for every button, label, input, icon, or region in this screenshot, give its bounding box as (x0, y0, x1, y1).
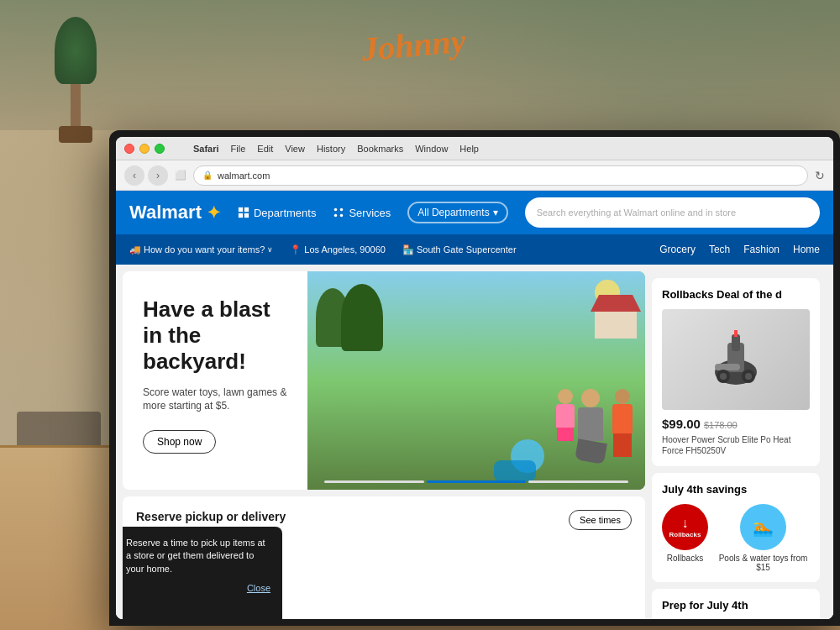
progress-dot-2 (427, 480, 527, 483)
history-menu[interactable]: History (317, 144, 345, 154)
shop-all-button-2[interactable]: Shop all (729, 618, 788, 619)
delivery-arrow: ∨ (267, 245, 273, 254)
search-bar[interactable]: Search everything at Walmart online and … (525, 197, 820, 228)
menu-bar: Safari File Edit View History Bookmarks … (181, 144, 479, 154)
lock-icon: 🔒 (202, 171, 213, 180)
rollback-card-title: Rollbacks Deal of the d (662, 288, 810, 301)
svg-rect-1 (244, 207, 249, 212)
rollback-card: Rollbacks Deal of the d (652, 278, 820, 466)
svg-point-5 (340, 208, 344, 212)
hero-subtitle: Score water toys, lawn games & more star… (143, 386, 287, 414)
svg-rect-2 (239, 213, 243, 218)
svg-point-6 (334, 214, 338, 218)
pickup-title: Reserve pickup or delivery (136, 510, 286, 523)
right-sidebar: Rollbacks Deal of the d (652, 278, 820, 619)
delivery-icon: 🚚 (129, 244, 141, 255)
url-text: walmart.com (218, 171, 270, 181)
safari-menu[interactable]: Safari (193, 144, 219, 154)
tooltip-text: Reserve a time to pick up items at a sto… (126, 538, 265, 574)
category-pills: Grocery Tech Fashion Home (659, 244, 820, 255)
back-button[interactable]: ‹ (124, 165, 144, 186)
departments-nav[interactable]: Departments (238, 207, 316, 219)
close-button[interactable] (124, 144, 134, 154)
july4-icons: ↓ Rollbacks Rollbacks 🏊 Pools & water to… (662, 504, 810, 572)
rollbacks-icon[interactable]: ↓ Rollbacks (662, 504, 708, 550)
shop-now-button[interactable]: Shop now (143, 430, 216, 454)
laptop-frame: Safari File Edit View History Bookmarks … (109, 130, 840, 626)
tooltip-close[interactable]: Close (126, 582, 270, 595)
delivery-label[interactable]: How do you want your items? (144, 244, 265, 255)
services-nav[interactable]: Services (333, 207, 391, 219)
hero-image (307, 271, 645, 490)
view-menu[interactable]: View (285, 144, 305, 154)
product-name: Hoover Power Scrub Elite Po Heat Force F… (662, 434, 810, 456)
services-icon (333, 207, 344, 218)
july4-title: July 4th savings (662, 483, 810, 496)
walmart-spark: ✦ (207, 202, 221, 223)
walmart-text: Walmart (129, 202, 202, 223)
rollbacks-label: Rollbacks (667, 554, 703, 563)
window-menu[interactable]: Window (415, 144, 448, 154)
search-placeholder: Search everything at Walmart online and … (537, 207, 736, 218)
svg-rect-16 (734, 330, 738, 337)
screen: Safari File Edit View History Bookmarks … (116, 137, 833, 619)
pools-icon-col: 🏊 Pools & water toys from $15 (717, 504, 810, 572)
hero-title: Have a blast in the backyard! (143, 297, 287, 375)
grocery-link[interactable]: Grocery (659, 244, 696, 255)
svg-rect-0 (239, 207, 243, 212)
tab-icon: ⬜ (175, 170, 186, 181)
walmart-navbar: Walmart ✦ Departments Services All Depar… (116, 191, 833, 234)
traffic-lights (124, 144, 165, 154)
vacuum-svg (702, 326, 769, 393)
walmart-logo[interactable]: Walmart ✦ (129, 202, 221, 223)
progress-dot-1 (324, 480, 424, 483)
prep-icons: Shop all Shop all (662, 618, 810, 619)
grid-icon (238, 207, 249, 218)
prep-card: Prep for July 4th Shop all Shop all (652, 589, 820, 619)
address-bar[interactable]: 🔒 walmart.com (193, 165, 808, 186)
forward-button[interactable]: › (148, 165, 168, 186)
walmart-main-content: Have a blast in the backyard! Score wate… (116, 265, 833, 619)
hero-section: Have a blast in the backyard! Score wate… (123, 271, 645, 490)
product-price-original: $178.00 (704, 420, 738, 430)
help-menu[interactable]: Help (459, 144, 479, 154)
reload-button[interactable]: ↻ (815, 169, 825, 182)
edit-menu[interactable]: Edit (257, 144, 273, 154)
all-departments-button[interactable]: All Departments ▾ (407, 202, 507, 223)
location-pin-icon: 📍 (290, 244, 302, 255)
home-link[interactable]: Home (793, 244, 820, 255)
svg-point-14 (720, 373, 727, 380)
product-price-current: $99.00 (662, 417, 701, 431)
minimize-button[interactable] (139, 144, 150, 154)
store-icon: 🏪 (402, 244, 414, 255)
shop-all-button-1[interactable]: Shop all (662, 618, 721, 619)
svg-rect-3 (244, 213, 249, 218)
nav-buttons: ‹ › (124, 165, 168, 186)
bookmarks-menu[interactable]: Bookmarks (357, 144, 403, 154)
file-menu[interactable]: File (231, 144, 246, 154)
maximize-button[interactable] (155, 144, 165, 154)
svg-point-7 (340, 214, 344, 218)
rollbacks-icon-col: ↓ Rollbacks Rollbacks (662, 504, 708, 563)
see-times-button[interactable]: See times (569, 510, 632, 530)
svg-point-15 (745, 373, 752, 380)
title-bar: Safari File Edit View History Bookmarks … (116, 137, 833, 160)
location-text[interactable]: Los Angeles, 90060 (304, 244, 386, 255)
pools-label: Pools & water toys from $15 (717, 554, 810, 572)
progress-dot-3 (528, 480, 628, 483)
fashion-link[interactable]: Fashion (743, 244, 780, 255)
tooltip-popup: Reserve a time to pick up items at a sto… (123, 527, 282, 619)
tech-link[interactable]: Tech (709, 244, 730, 255)
july4-card: July 4th savings ↓ Rollbacks Rollbacks (652, 473, 820, 582)
services-label: Services (349, 207, 391, 219)
pools-icon[interactable]: 🏊 (740, 504, 786, 550)
store-text[interactable]: South Gate Supercenter (417, 244, 517, 255)
svg-rect-11 (715, 364, 740, 370)
prep-title: Prep for July 4th (662, 599, 810, 612)
browser-chrome: ‹ › ⬜ 🔒 walmart.com ↻ (116, 160, 833, 191)
departments-label: Departments (254, 207, 316, 219)
secondary-navbar: 🚚 How do you want your items? ∨ 📍 Los An… (116, 234, 833, 265)
product-image (662, 309, 810, 410)
pickup-card: Reserve pickup or delivery See times Res… (123, 496, 645, 619)
svg-point-4 (334, 208, 338, 212)
